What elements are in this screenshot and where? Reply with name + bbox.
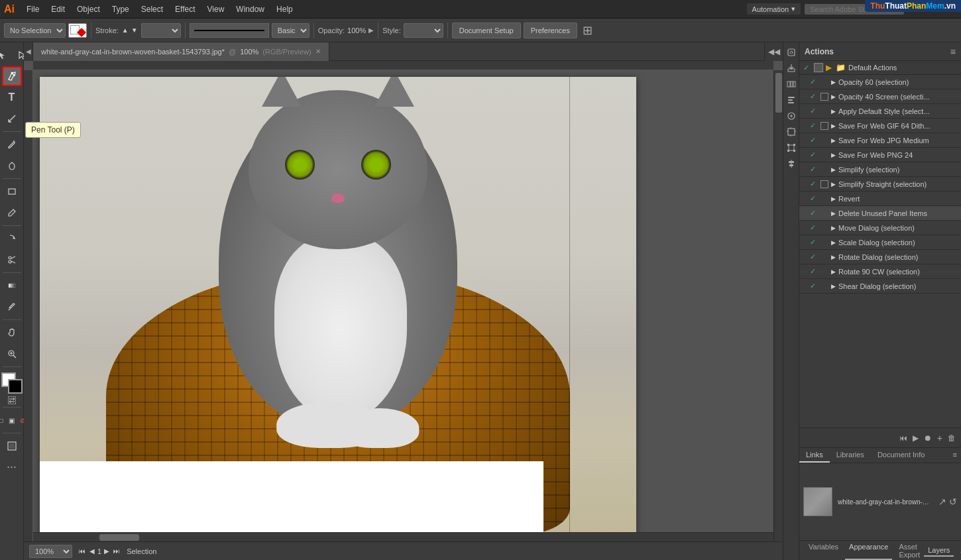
scrollbar-thumb-v[interactable] bbox=[775, 73, 782, 113]
action-item-shear[interactable]: ✓ ▶ Shear Dialog (selection) bbox=[799, 279, 961, 294]
menu-view[interactable]: View bbox=[202, 3, 230, 15]
menu-help[interactable]: Help bbox=[271, 3, 298, 15]
asset-export-tab[interactable]: Asset Export bbox=[895, 541, 924, 560]
square bbox=[820, 93, 828, 101]
pencil-tool[interactable] bbox=[2, 203, 22, 223]
transform-icon[interactable] bbox=[784, 140, 799, 155]
rotate-tool[interactable] bbox=[2, 229, 22, 249]
actions-group-header[interactable]: ✓ ▶ 📁 Default Actions bbox=[799, 61, 961, 75]
action-item-scale[interactable]: ✓ ▶ Scale Dialog (selection) bbox=[799, 235, 961, 250]
panel-toggle[interactable]: ◀◀ bbox=[764, 42, 783, 61]
adobe-stock-icon[interactable] bbox=[784, 45, 799, 60]
prev-page-button[interactable]: ◀ bbox=[88, 547, 96, 555]
menu-file[interactable]: File bbox=[21, 3, 44, 15]
properties-icon[interactable] bbox=[784, 93, 799, 107]
automation-button[interactable]: Automation ▾ bbox=[747, 3, 801, 15]
appearance-tab[interactable]: Appearance bbox=[845, 541, 892, 560]
zoom-tool[interactable] bbox=[2, 344, 22, 364]
pen-tool[interactable] bbox=[2, 66, 22, 86]
menu-type[interactable]: Type bbox=[107, 3, 135, 15]
eyedropper-tool[interactable] bbox=[2, 297, 22, 317]
fill-none[interactable]: □ bbox=[0, 410, 6, 430]
action-item-simplify-straight[interactable]: ✓ ▶ Simplify Straight (selection) bbox=[799, 177, 961, 192]
swap-colors-icon[interactable] bbox=[8, 396, 16, 404]
fg-bg-colors[interactable] bbox=[1, 372, 23, 394]
tab-close-button[interactable]: ✕ bbox=[315, 48, 321, 55]
stroke-line-preview bbox=[190, 23, 269, 38]
menu-object[interactable]: Object bbox=[72, 3, 105, 15]
screen-mode[interactable] bbox=[2, 436, 22, 456]
document-tab[interactable]: white-and-gray-cat-in-brown-woven-basket… bbox=[33, 42, 329, 61]
asset-export-icon[interactable] bbox=[784, 61, 799, 76]
stroke-up[interactable]: ▲ bbox=[121, 27, 129, 34]
type-tool[interactable]: T bbox=[2, 87, 22, 107]
fill-color[interactable] bbox=[68, 23, 87, 38]
next-page-button[interactable]: ▶ bbox=[103, 547, 111, 555]
action-item-opacity60[interactable]: ✓ ▶ Opacity 60 (selection) bbox=[799, 75, 961, 89]
style-dropdown[interactable] bbox=[404, 23, 443, 38]
hand-tool[interactable] bbox=[2, 323, 22, 343]
stroke-dropdown[interactable] bbox=[141, 23, 181, 38]
last-page-button[interactable]: ⏭ bbox=[112, 547, 121, 555]
background-color[interactable] bbox=[8, 379, 23, 394]
menu-effect[interactable]: Effect bbox=[170, 3, 200, 15]
record-action-icon[interactable]: ⏺ bbox=[924, 433, 932, 443]
gradient-swatch[interactable]: ▣ bbox=[7, 410, 17, 430]
action-item-move[interactable]: ✓ ▶ Move Dialog (selection) bbox=[799, 221, 961, 235]
links-tab[interactable]: Links bbox=[799, 448, 830, 463]
selection-dropdown[interactable]: No Selection bbox=[4, 23, 66, 38]
stop-action-icon[interactable]: ⏮ bbox=[899, 433, 907, 443]
rectangle-tool[interactable] bbox=[2, 182, 22, 201]
action-item-rotate90[interactable]: ✓ ▶ Rotate 90 CW (selection) bbox=[799, 264, 961, 279]
basic-select[interactable]: Basic bbox=[272, 23, 310, 38]
menu-window[interactable]: Window bbox=[231, 3, 270, 15]
action-item-apply-style[interactable]: ✓ ▶ Apply Default Style (select... bbox=[799, 104, 961, 119]
line-tool[interactable] bbox=[2, 109, 22, 129]
opacity-expand[interactable]: ▶ bbox=[368, 27, 374, 34]
action-item-simplify[interactable]: ✓ ▶ Simplify (selection) bbox=[799, 162, 961, 177]
goto-link-icon[interactable]: ↗ bbox=[938, 496, 946, 507]
action-item-delete-unused[interactable]: ✓ ▶ Delete Unused Panel Items bbox=[799, 206, 961, 221]
vertical-scrollbar[interactable] bbox=[773, 70, 783, 541]
gradient-tool[interactable] bbox=[2, 276, 22, 296]
document-info-tab[interactable]: Document Info bbox=[871, 448, 932, 463]
action-item-png24[interactable]: ✓ ▶ Save For Web PNG 24 bbox=[799, 148, 961, 162]
libraries-tab[interactable]: Libraries bbox=[830, 448, 871, 463]
action-item-revert[interactable]: ✓ ▶ Revert bbox=[799, 192, 961, 206]
align-icon[interactable] bbox=[784, 156, 799, 171]
menu-edit[interactable]: Edit bbox=[46, 3, 70, 15]
variables-tab[interactable]: Variables bbox=[805, 541, 842, 560]
tab-arrow-left[interactable]: ◀ bbox=[24, 42, 33, 61]
artboards-icon[interactable] bbox=[784, 125, 799, 139]
links-panel-menu[interactable]: ≡ bbox=[949, 448, 961, 463]
cc-libraries-icon[interactable] bbox=[784, 109, 799, 123]
stroke-line bbox=[194, 30, 264, 31]
scissors-tool[interactable] bbox=[2, 250, 22, 270]
action-item-gif64[interactable]: ✓ ▶ Save For Web GIF 64 Dith... bbox=[799, 119, 961, 133]
delete-action-icon[interactable]: 🗑 bbox=[948, 433, 956, 443]
preferences-button[interactable]: Preferences bbox=[524, 23, 577, 38]
libraries-icon[interactable] bbox=[784, 77, 799, 91]
zoom-select[interactable]: 100% bbox=[29, 545, 72, 558]
document-setup-button[interactable]: Document Setup bbox=[452, 23, 521, 38]
new-action-icon[interactable]: + bbox=[937, 433, 942, 443]
action-item-opacity40[interactable]: ✓ ▶ Opacity 40 Screen (selecti... bbox=[799, 89, 961, 104]
action-item-rotate[interactable]: ✓ ▶ Rotate Dialog (selection) bbox=[799, 250, 961, 264]
layers-tab[interactable]: Layers bbox=[924, 545, 954, 557]
more-tools[interactable]: ··· bbox=[7, 460, 17, 474]
relink-icon[interactable]: ↺ bbox=[949, 496, 957, 507]
actions-panel-menu[interactable]: ≡ bbox=[950, 46, 956, 57]
artboards-tab[interactable]: Artboards bbox=[956, 545, 961, 557]
selection-tool[interactable] bbox=[0, 45, 11, 65]
canvas-viewport[interactable] bbox=[33, 70, 773, 533]
first-page-button[interactable]: ⏮ bbox=[78, 547, 87, 555]
horizontal-scrollbar[interactable] bbox=[33, 532, 773, 541]
stroke-down[interactable]: ▼ bbox=[131, 27, 139, 34]
arrange-icon[interactable]: ⊞ bbox=[583, 23, 593, 38]
scrollbar-thumb-h[interactable] bbox=[99, 534, 139, 541]
blob-brush-tool[interactable] bbox=[2, 156, 22, 176]
paintbrush-tool[interactable] bbox=[2, 135, 22, 154]
menu-select[interactable]: Select bbox=[136, 3, 168, 15]
action-item-jpg[interactable]: ✓ ▶ Save For Web JPG Medium bbox=[799, 133, 961, 148]
play-action-icon[interactable]: ▶ bbox=[913, 433, 919, 443]
